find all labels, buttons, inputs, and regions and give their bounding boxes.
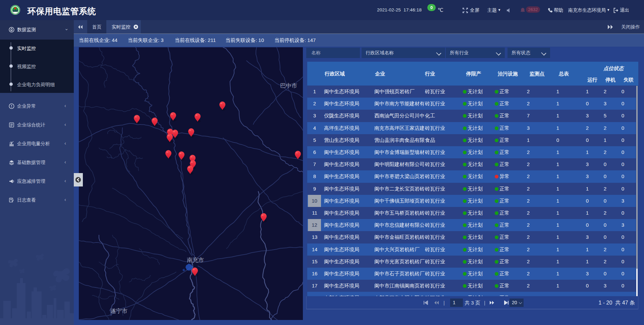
svg-text:遂宁市: 遂宁市 <box>110 308 127 314</box>
svg-text:巴中市: 巴中市 <box>280 83 297 89</box>
svg-text:南充市: 南充市 <box>187 257 204 263</box>
